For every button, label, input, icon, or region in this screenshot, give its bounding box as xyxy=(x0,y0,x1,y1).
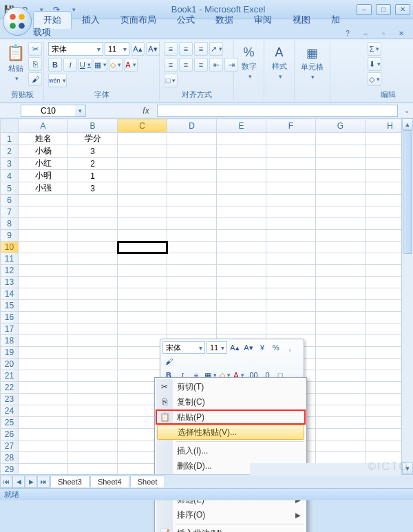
cell[interactable] xyxy=(118,242,167,253)
cell[interactable] xyxy=(167,170,217,182)
expand-formula-icon[interactable]: ⌄ xyxy=(401,107,413,114)
autosum-icon[interactable]: Σ▾ xyxy=(368,42,381,56)
comma-icon[interactable]: , xyxy=(284,341,296,354)
cell[interactable] xyxy=(68,218,118,230)
cell[interactable] xyxy=(217,277,266,288)
col-header-B[interactable]: B xyxy=(68,119,118,133)
vertical-scrollbar[interactable]: ▲ ▼ xyxy=(401,118,413,474)
cell[interactable] xyxy=(68,323,118,335)
tab-数据[interactable]: 数据 xyxy=(205,11,244,29)
cell[interactable] xyxy=(266,133,316,145)
cell[interactable] xyxy=(316,300,366,312)
row-header[interactable]: 2 xyxy=(1,145,19,158)
row-header[interactable]: 21 xyxy=(1,370,19,382)
sheet-nav-last-icon[interactable]: ⏭ xyxy=(37,476,50,488)
cell[interactable] xyxy=(316,230,366,242)
cell[interactable] xyxy=(19,382,68,394)
cell[interactable] xyxy=(217,145,266,158)
cell[interactable] xyxy=(19,300,68,312)
cell[interactable] xyxy=(316,312,366,323)
cell[interactable] xyxy=(316,382,366,394)
underline-button[interactable]: U▾ xyxy=(78,58,92,72)
accounting-icon[interactable]: ¥ xyxy=(256,341,268,354)
cell[interactable] xyxy=(217,242,266,253)
row-header[interactable]: 22 xyxy=(1,382,19,394)
row-header[interactable]: 9 xyxy=(1,230,19,242)
cell[interactable] xyxy=(19,370,68,382)
cell[interactable] xyxy=(68,405,118,417)
row-header[interactable]: 1 xyxy=(1,133,19,145)
cell[interactable] xyxy=(19,312,68,323)
cell[interactable] xyxy=(316,277,366,288)
cell[interactable] xyxy=(118,300,167,312)
cell[interactable] xyxy=(266,300,316,312)
align-top-icon[interactable]: ≡ xyxy=(164,42,178,56)
cell[interactable] xyxy=(68,394,118,405)
cell[interactable] xyxy=(316,370,366,382)
tab-视图[interactable]: 视图 xyxy=(282,11,321,29)
cell[interactable] xyxy=(316,335,366,347)
cell[interactable] xyxy=(68,195,118,206)
cell[interactable]: 3 xyxy=(68,145,118,158)
cell[interactable] xyxy=(266,218,316,230)
cell[interactable] xyxy=(266,170,316,182)
cell[interactable] xyxy=(118,133,167,145)
grow-font-icon[interactable]: A▴ xyxy=(229,341,241,354)
cell[interactable] xyxy=(68,288,118,300)
font-color-button[interactable]: A▾ xyxy=(124,58,138,72)
scroll-down-icon[interactable]: ▼ xyxy=(402,462,413,474)
ctx-item[interactable]: 📋粘贴(P) xyxy=(156,409,305,425)
cell[interactable] xyxy=(118,253,167,265)
cell[interactable] xyxy=(217,170,266,182)
cell[interactable] xyxy=(217,230,266,242)
cell[interactable] xyxy=(19,265,68,277)
shrink-font-icon[interactable]: A▾ xyxy=(242,341,255,354)
cell[interactable] xyxy=(217,265,266,277)
cell[interactable] xyxy=(68,230,118,242)
cell[interactable] xyxy=(19,429,68,440)
cell[interactable] xyxy=(217,158,266,170)
cell[interactable] xyxy=(68,312,118,323)
border-button[interactable]: ▦▾ xyxy=(94,58,107,72)
cut-icon[interactable]: ✂ xyxy=(28,42,42,56)
cell[interactable] xyxy=(316,288,366,300)
row-header[interactable]: 28 xyxy=(1,452,19,464)
cell[interactable] xyxy=(266,288,316,300)
row-header[interactable]: 6 xyxy=(1,195,19,206)
minimize-button[interactable]: – xyxy=(357,4,372,15)
fill-color-button[interactable]: ◇▾ xyxy=(109,58,123,72)
cell[interactable] xyxy=(68,242,118,253)
cell[interactable] xyxy=(19,405,68,417)
cell[interactable] xyxy=(68,277,118,288)
row-header[interactable]: 20 xyxy=(1,359,19,370)
col-header-D[interactable]: D xyxy=(167,119,217,133)
cell[interactable] xyxy=(316,182,366,195)
sheet-tab[interactable]: Sheet3 xyxy=(50,476,89,487)
cell[interactable] xyxy=(68,347,118,359)
row-header[interactable]: 29 xyxy=(1,464,19,476)
cell[interactable] xyxy=(118,195,167,206)
indent-dec-icon[interactable]: ⇤ xyxy=(209,58,223,72)
cell[interactable] xyxy=(316,242,366,253)
cell[interactable]: 小红 xyxy=(19,158,68,170)
cell[interactable] xyxy=(19,242,68,253)
cell[interactable] xyxy=(266,195,316,206)
cell[interactable] xyxy=(19,195,68,206)
cell[interactable] xyxy=(316,195,366,206)
cell[interactable] xyxy=(217,182,266,195)
ctx-item[interactable]: 📝插入批注(M) xyxy=(156,526,305,532)
cell[interactable] xyxy=(118,170,167,182)
cell[interactable] xyxy=(19,253,68,265)
sheet-nav-next-icon[interactable]: ▶ xyxy=(25,476,37,488)
cell[interactable]: 小强 xyxy=(19,182,68,195)
row-header[interactable]: 24 xyxy=(1,405,19,417)
row-header[interactable]: 17 xyxy=(1,323,19,335)
cell[interactable] xyxy=(19,206,68,218)
orientation-icon[interactable]: ↗▾ xyxy=(209,42,223,56)
cell[interactable] xyxy=(316,170,366,182)
cell[interactable] xyxy=(68,359,118,370)
cell[interactable] xyxy=(316,417,366,429)
help-icon[interactable]: ? xyxy=(340,28,355,39)
cell[interactable] xyxy=(68,253,118,265)
cell[interactable] xyxy=(316,218,366,230)
